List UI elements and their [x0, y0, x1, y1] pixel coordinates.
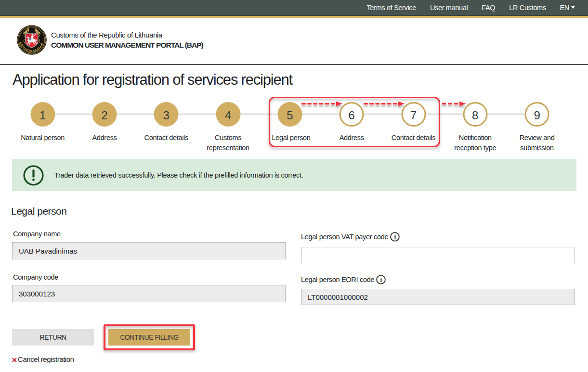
svg-text:i: i	[394, 233, 396, 241]
svg-text:i: i	[380, 276, 382, 283]
